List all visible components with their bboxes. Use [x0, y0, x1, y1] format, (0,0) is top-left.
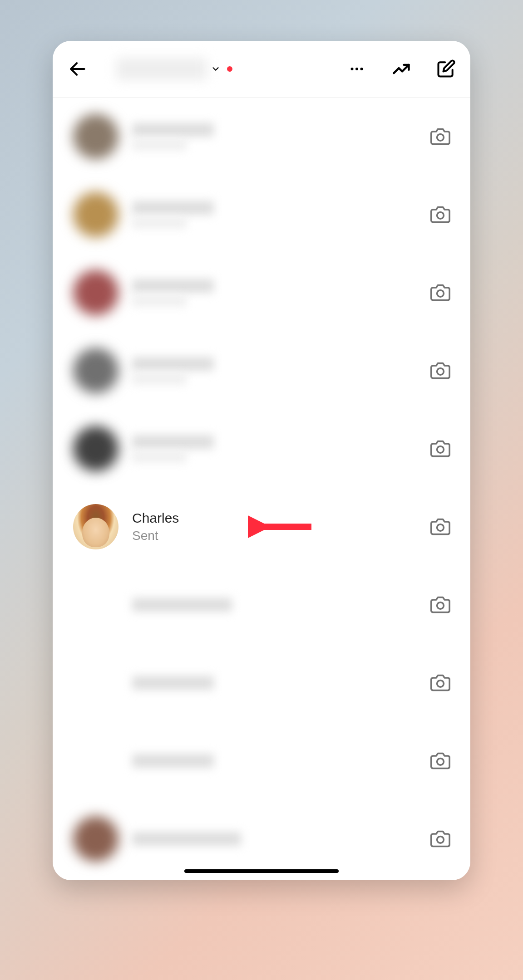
row-text	[132, 357, 415, 384]
conversation-status-redacted	[132, 451, 187, 462]
back-button[interactable]	[66, 58, 89, 80]
camera-icon	[430, 517, 450, 537]
conversation-row[interactable]	[53, 254, 470, 332]
conversation-name-redacted	[132, 435, 214, 449]
conversation-name-redacted	[132, 832, 241, 846]
conversation-status-redacted	[132, 139, 187, 150]
conversation-status-redacted	[132, 217, 187, 228]
camera-icon	[430, 595, 450, 615]
svg-point-9	[437, 524, 444, 531]
avatar	[73, 816, 118, 862]
row-text	[132, 123, 415, 150]
svg-point-2	[355, 68, 358, 70]
arrow-left-icon	[68, 59, 88, 79]
svg-point-5	[437, 212, 444, 219]
ellipsis-icon	[349, 61, 365, 77]
conversation-name-redacted	[132, 357, 214, 371]
conversation-row[interactable]	[53, 644, 470, 722]
compose-button[interactable]	[435, 58, 457, 80]
account-switcher[interactable]	[98, 58, 337, 80]
header	[53, 41, 470, 98]
chevron-down-icon	[211, 64, 221, 74]
svg-point-3	[360, 68, 363, 70]
camera-button[interactable]	[429, 281, 452, 304]
conversation-row[interactable]	[53, 176, 470, 254]
more-options-button[interactable]	[346, 58, 368, 80]
camera-button[interactable]	[429, 125, 452, 148]
conversation-name-redacted	[132, 676, 214, 690]
activity-button[interactable]	[390, 58, 412, 80]
conversation-name-redacted	[132, 123, 214, 137]
avatar	[73, 114, 118, 159]
svg-point-6	[437, 290, 444, 297]
avatar	[73, 270, 118, 315]
conversation-row[interactable]	[53, 410, 470, 488]
row-text	[132, 435, 415, 462]
avatar	[73, 738, 118, 784]
conversation-name: Charles	[132, 510, 415, 526]
avatar	[73, 660, 118, 706]
camera-icon	[430, 673, 450, 693]
dm-inbox-screen: Charles Sent	[53, 41, 470, 880]
camera-icon	[430, 127, 450, 147]
camera-button[interactable]	[429, 593, 452, 617]
conversation-row[interactable]	[53, 800, 470, 878]
svg-point-8	[437, 446, 444, 453]
avatar	[73, 348, 118, 393]
conversation-row-charles[interactable]: Charles Sent	[53, 488, 470, 566]
camera-icon	[430, 829, 450, 849]
row-text	[132, 754, 415, 768]
compose-icon	[436, 59, 456, 79]
conversation-row[interactable]	[53, 98, 470, 176]
header-actions	[346, 58, 457, 80]
conversation-name-redacted	[132, 598, 232, 612]
svg-point-4	[437, 134, 444, 141]
row-text	[132, 832, 415, 846]
conversation-row[interactable]	[53, 332, 470, 410]
svg-point-11	[437, 603, 444, 609]
camera-icon	[430, 439, 450, 459]
conversation-row[interactable]	[53, 722, 470, 800]
camera-button[interactable]	[429, 437, 452, 461]
row-text	[132, 279, 415, 306]
camera-button[interactable]	[429, 749, 452, 773]
avatar	[73, 192, 118, 237]
conversation-name-redacted	[132, 754, 214, 768]
svg-point-14	[437, 837, 444, 843]
conversation-status: Sent	[132, 529, 415, 543]
home-indicator[interactable]	[184, 869, 339, 873]
conversation-status-redacted	[132, 295, 187, 306]
username-redacted	[116, 58, 207, 80]
camera-button[interactable]	[429, 359, 452, 382]
conversation-row[interactable]	[53, 566, 470, 644]
svg-point-1	[351, 68, 354, 70]
conversation-list[interactable]: Charles Sent	[53, 98, 470, 880]
conversation-status-redacted	[132, 373, 187, 384]
svg-point-7	[437, 368, 444, 375]
svg-point-13	[437, 759, 444, 765]
camera-button[interactable]	[429, 515, 452, 539]
row-text	[132, 201, 415, 228]
camera-icon	[430, 751, 450, 771]
avatar	[73, 504, 118, 549]
row-text: Charles Sent	[132, 510, 415, 543]
camera-button[interactable]	[429, 671, 452, 695]
camera-button[interactable]	[429, 827, 452, 851]
camera-icon	[430, 205, 450, 225]
row-text	[132, 598, 415, 612]
avatar	[73, 582, 118, 627]
conversation-name-redacted	[132, 201, 214, 215]
notification-dot-icon	[227, 66, 232, 72]
row-text	[132, 676, 415, 690]
avatar	[73, 426, 118, 471]
camera-button[interactable]	[429, 203, 452, 226]
svg-point-12	[437, 681, 444, 687]
camera-icon	[430, 361, 450, 381]
camera-icon	[430, 283, 450, 303]
trending-up-icon	[391, 59, 411, 79]
conversation-name-redacted	[132, 279, 214, 293]
